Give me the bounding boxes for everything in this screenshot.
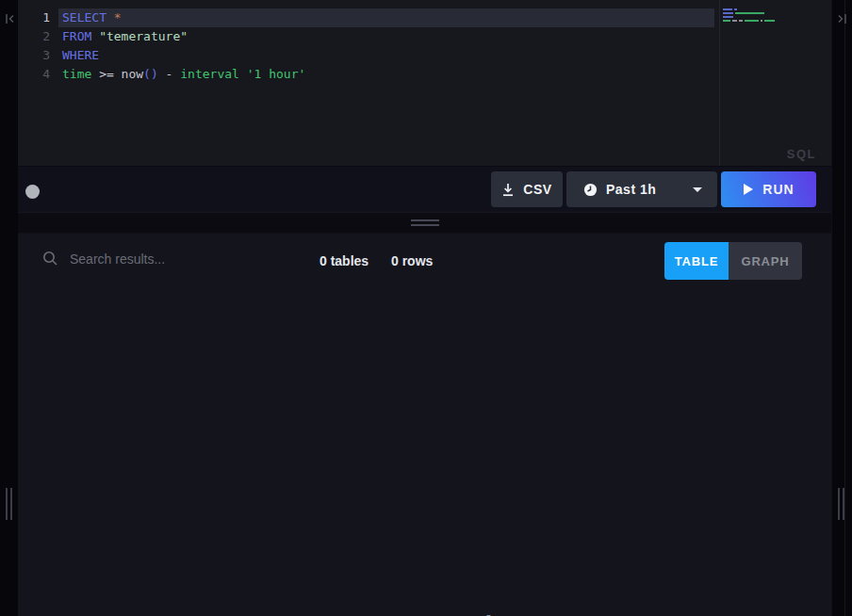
view-toggle: TABLE GRAPH — [664, 242, 802, 280]
line-number: 4 — [18, 65, 50, 84]
horizontal-resize-handle[interactable] — [18, 212, 831, 234]
editor-minimap[interactable] — [723, 8, 827, 24]
results-search[interactable] — [42, 251, 287, 267]
time-range-label: Past 1h — [606, 182, 656, 197]
clock-icon — [583, 183, 598, 197]
language-badge: SQL — [787, 147, 816, 161]
right-rail-divider — [844, 0, 845, 616]
collapse-right-icon[interactable] — [835, 11, 850, 26]
left-panel-drag-handle[interactable] — [4, 488, 13, 520]
minimap-divider — [719, 0, 720, 166]
results-header: 0 tables 0 rows TABLE GRAPH — [18, 234, 831, 290]
collapse-left-icon[interactable] — [2, 11, 17, 26]
drag-grip-icon — [411, 219, 439, 229]
code-line[interactable]: 3WHERE — [18, 46, 831, 65]
csv-button-label: CSV — [523, 182, 551, 197]
sql-editor[interactable]: 1SELECT *2FROM "temerature"3WHERE4time >… — [18, 0, 831, 166]
search-icon — [42, 251, 58, 267]
rows-count: 0 rows — [391, 253, 433, 268]
line-number: 3 — [18, 46, 50, 65]
run-button-label: RUN — [762, 182, 794, 197]
code-line[interactable]: 1SELECT * — [18, 8, 831, 27]
chevron-down-icon — [693, 187, 702, 192]
tables-count: 0 tables — [320, 253, 369, 268]
query-toolbar: CSV Past 1h RUN — [18, 166, 831, 212]
results-pane: 0 tables 0 rows TABLE GRAPH Query Result… — [18, 234, 831, 616]
play-icon — [743, 183, 754, 196]
line-number: 1 — [18, 8, 50, 27]
line-number: 2 — [18, 27, 50, 46]
tab-graph[interactable]: GRAPH — [729, 242, 802, 280]
empty-results-heading: Query Results — [18, 610, 831, 616]
time-range-dropdown[interactable]: Past 1h — [566, 171, 717, 207]
csv-download-button[interactable]: CSV — [491, 171, 563, 207]
code-line[interactable]: 2FROM "temerature" — [18, 27, 831, 46]
tab-table[interactable]: TABLE — [664, 242, 729, 280]
search-results-input[interactable] — [70, 251, 258, 267]
sql-explorer-window: 1SELECT *2FROM "temerature"3WHERE4time >… — [0, 0, 852, 616]
run-query-button[interactable]: RUN — [721, 171, 816, 207]
download-icon — [501, 183, 515, 197]
code-lines[interactable]: 1SELECT *2FROM "temerature"3WHERE4time >… — [18, 8, 831, 84]
status-indicator-dot — [25, 185, 40, 199]
code-line[interactable]: 4time >= now() - interval '1 hour' — [18, 65, 831, 84]
left-rail — [0, 0, 18, 616]
right-rail — [831, 0, 852, 616]
right-panel-drag-handle[interactable] — [836, 488, 845, 520]
